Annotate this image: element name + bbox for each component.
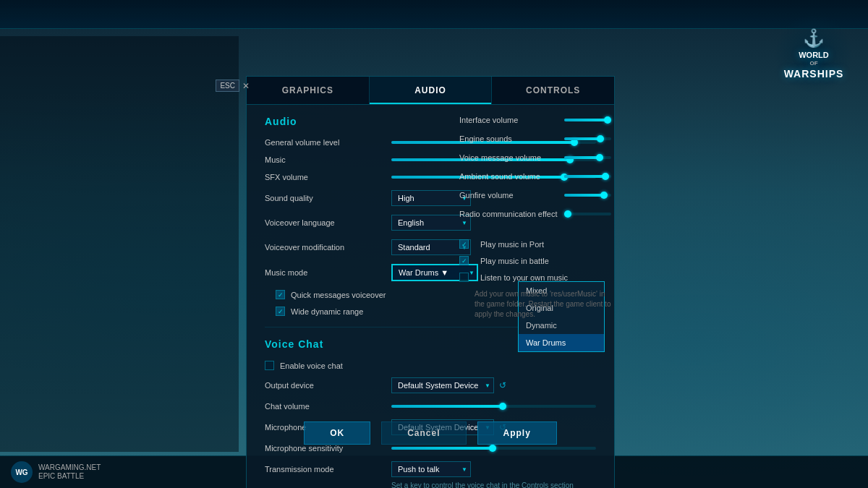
play-music-battle-label: Play music in battle xyxy=(480,257,549,265)
sound-quality-label: Sound quality xyxy=(265,194,391,202)
transmission-mode-label: Transmission mode xyxy=(265,465,391,474)
engine-sounds-slider[interactable] xyxy=(564,137,611,140)
output-device-label: Output device xyxy=(265,381,391,390)
ambient-sound-label: Ambient sound volume xyxy=(459,172,564,181)
chat-volume-fill xyxy=(391,405,504,408)
output-device-row: Output device Default System Device ↺ xyxy=(265,377,596,393)
interface-volume-row: Interface volume xyxy=(459,116,611,124)
quick-messages-checkbox[interactable] xyxy=(276,290,285,299)
play-music-battle-row: Play music in battle xyxy=(459,256,611,265)
ambient-sound-fill xyxy=(564,175,607,178)
voice-message-label: Voice message volume xyxy=(459,153,564,162)
interface-volume-slider[interactable] xyxy=(564,119,611,121)
voice-message-row: Voice message volume xyxy=(459,153,611,162)
gunfire-volume-label: Gunfire volume xyxy=(459,191,564,200)
ok-button[interactable]: OK xyxy=(304,421,370,445)
chat-volume-label: Chat volume xyxy=(265,402,391,411)
engine-sounds-fill xyxy=(564,137,602,140)
ambient-sound-slider[interactable] xyxy=(564,175,611,178)
tab-bar: GRAPHICS AUDIO CONTROLS xyxy=(247,77,614,105)
music-mode-label: Music mode xyxy=(265,268,391,277)
close-icon[interactable]: ✕ xyxy=(242,81,250,91)
engine-sounds-label: Engine sounds xyxy=(459,134,564,143)
mic-sensitivity-label: Microphone sensitivity xyxy=(265,444,391,453)
logo-of: OF xyxy=(784,60,844,67)
voiceover-mod-label: Voiceover modification xyxy=(265,243,391,252)
gunfire-volume-fill xyxy=(564,194,605,197)
wg-icon: WG xyxy=(11,461,33,483)
voiceover-language-label: Voiceover language xyxy=(265,218,391,227)
transmission-mode-wrapper: Push to talkAlways active xyxy=(391,461,471,477)
interface-volume-fill xyxy=(564,119,609,121)
interface-volume-label: Interface volume xyxy=(459,116,564,124)
play-music-port-row: Play music in Port xyxy=(459,239,611,249)
own-music-note: Add your own music to 'res/userMusic' in… xyxy=(475,289,611,320)
sfx-label: SFX volume xyxy=(265,173,391,181)
transmission-mode-select[interactable]: Push to talkAlways active xyxy=(391,461,471,477)
wide-dynamic-label: Wide dynamic range xyxy=(291,307,363,316)
esc-area: ESC ✕ xyxy=(216,80,250,92)
own-music-row: Listen to your own music xyxy=(459,273,611,282)
apply-button[interactable]: Apply xyxy=(477,421,557,445)
radio-comm-row: Radio communication effect xyxy=(459,210,611,218)
tab-controls[interactable]: CONTROLS xyxy=(492,77,614,104)
radio-comm-label: Radio communication effect xyxy=(459,210,564,218)
play-music-battle-checkbox[interactable] xyxy=(459,256,469,265)
dropdown-item-war-drums[interactable]: War Drums xyxy=(519,334,604,351)
tab-audio[interactable]: AUDIO xyxy=(370,77,493,104)
wg-line1: WARGAMING.NET xyxy=(38,463,101,472)
anchor-icon: ⚓ xyxy=(803,28,825,48)
own-music-label: Listen to your own music xyxy=(480,273,568,282)
output-device-select[interactable]: Default System Device xyxy=(391,377,494,393)
logo-warships: WARSHIPS xyxy=(784,67,844,80)
right-panel: Interface volume Engine sounds Voice mes… xyxy=(448,105,622,330)
enable-voice-chat-checkbox[interactable] xyxy=(265,361,274,370)
ambient-sound-row: Ambient sound volume xyxy=(459,172,611,181)
left-sidebar xyxy=(0,36,239,452)
radio-comm-fill xyxy=(564,213,569,215)
chat-volume-row: Chat volume xyxy=(265,402,596,411)
wg-line2: EPIC BATTLE xyxy=(38,472,101,481)
engine-sounds-row: Engine sounds xyxy=(459,134,611,143)
logo-world: WORLD xyxy=(784,50,844,60)
radio-comm-slider[interactable] xyxy=(564,213,611,215)
gunfire-volume-slider[interactable] xyxy=(564,194,611,197)
cancel-button[interactable]: Cancel xyxy=(381,421,466,445)
transmission-mode-row: Transmission mode Push to talkAlways act… xyxy=(265,461,596,477)
action-buttons: OK Cancel Apply xyxy=(246,421,615,445)
wargaming-logo: WG WARGAMING.NET EPIC BATTLE xyxy=(11,461,101,483)
logo-area: ⚓ WORLD OF WARSHIPS xyxy=(774,14,854,94)
top-bar xyxy=(0,0,868,29)
output-device-reset-icon[interactable]: ↺ xyxy=(497,380,509,391)
wg-text: WARGAMING.NET EPIC BATTLE xyxy=(38,463,101,481)
play-music-port-label: Play music in Port xyxy=(480,240,544,249)
music-label: Music xyxy=(265,155,391,164)
play-music-port-checkbox[interactable] xyxy=(459,239,469,249)
esc-button[interactable]: ESC xyxy=(216,80,239,92)
enable-voice-chat-label: Enable voice chat xyxy=(280,361,343,370)
quick-messages-label: Quick messages voiceover xyxy=(291,291,386,299)
voice-message-fill xyxy=(564,156,601,159)
voice-chat-note: Set a key to control the voice chat in t… xyxy=(391,481,596,488)
tab-graphics[interactable]: GRAPHICS xyxy=(247,77,370,104)
mic-sensitivity-slider[interactable] xyxy=(391,447,596,450)
mic-sensitivity-row: Microphone sensitivity xyxy=(265,444,596,453)
output-device-wrapper: Default System Device xyxy=(391,377,494,393)
own-music-checkbox[interactable] xyxy=(459,273,469,282)
voice-message-slider[interactable] xyxy=(564,156,611,159)
chat-volume-slider[interactable] xyxy=(391,405,596,408)
gunfire-volume-row: Gunfire volume xyxy=(459,191,611,200)
general-volume-label: General volume level xyxy=(265,138,391,147)
wide-dynamic-checkbox[interactable] xyxy=(276,307,285,316)
enable-voice-chat-row: Enable voice chat xyxy=(265,361,596,370)
mic-sensitivity-fill xyxy=(391,447,494,450)
